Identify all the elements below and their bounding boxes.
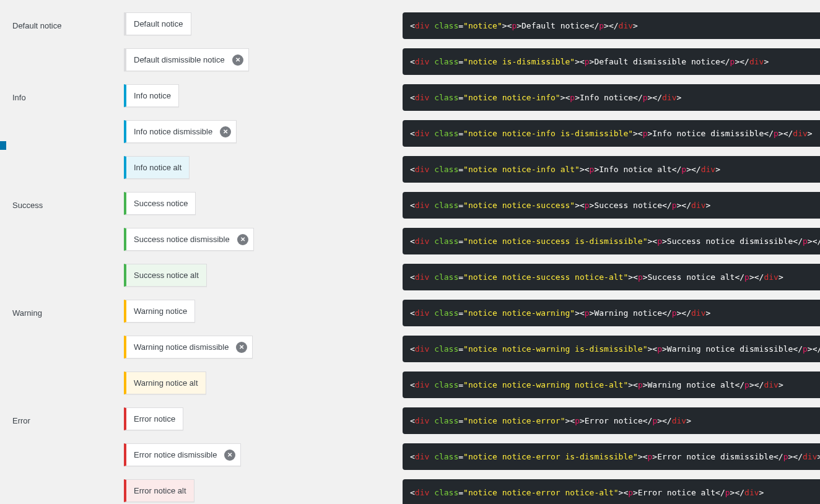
section-label xyxy=(12,336,124,344)
notice-text: Success notice xyxy=(134,199,188,208)
notice-row: Info notice dismissible<div class="notic… xyxy=(12,120,820,156)
notice-cell: Info notice xyxy=(124,84,403,116)
notice-box: Success notice xyxy=(124,192,196,215)
close-icon[interactable] xyxy=(220,126,231,137)
notice-text: Error notice dismissible xyxy=(134,450,217,459)
code-snippet: <div class="notice is-dismissible"><p>De… xyxy=(403,48,820,75)
notice-row: Warning notice alt<div class="notice not… xyxy=(12,371,820,407)
section-label xyxy=(12,371,124,380)
code-cell: <div class="notice notice-error"><p>Erro… xyxy=(403,407,820,443)
notice-box: Info notice alt xyxy=(124,156,190,179)
notice-row: Error notice dismissible<div class="noti… xyxy=(12,443,820,479)
notice-box: Info notice dismissible xyxy=(124,120,237,143)
notice-text: Success notice dismissible xyxy=(134,235,230,244)
code-cell: <div class="notice notice-warning is-dis… xyxy=(403,336,820,371)
notice-text: Default dismissible notice xyxy=(134,55,225,64)
notice-box: Warning notice alt xyxy=(124,371,206,394)
notice-cell: Error notice dismissible xyxy=(124,443,403,476)
code-cell: <div class="notice notice-info alt"><p>I… xyxy=(403,156,820,192)
code-cell: <div class="notice notice-warning notice… xyxy=(403,371,820,407)
notice-row: Error notice alt<div class="notice notic… xyxy=(12,479,820,504)
notice-cell: Warning notice alt xyxy=(124,371,403,404)
notice-text: Default notice xyxy=(134,19,183,28)
notice-box: Error notice xyxy=(124,407,183,430)
section-label xyxy=(12,479,124,488)
notice-cell: Info notice alt xyxy=(124,156,403,188)
notice-row: WarningWarning notice<div class="notice … xyxy=(12,300,820,336)
notice-box: Warning notice dismissible xyxy=(124,336,253,358)
close-icon[interactable] xyxy=(237,234,248,245)
notice-box: Default dismissible notice xyxy=(124,48,249,71)
notice-box: Default notice xyxy=(124,12,191,35)
notice-text: Info notice alt xyxy=(134,163,181,172)
code-snippet: <div class="notice notice-error notice-a… xyxy=(403,479,820,504)
section-label: Success xyxy=(12,192,124,210)
section-label xyxy=(12,48,124,57)
code-snippet: <div class="notice notice-success is-dis… xyxy=(403,228,820,254)
notice-row: ErrorError notice<div class="notice noti… xyxy=(12,407,820,443)
notice-box: Warning notice xyxy=(124,300,195,323)
notice-text: Warning notice alt xyxy=(134,378,198,388)
notice-text: Info notice dismissible xyxy=(134,127,212,136)
notice-row: SuccessSuccess notice<div class="notice … xyxy=(12,192,820,228)
notice-row: InfoInfo notice<div class="notice notice… xyxy=(12,84,820,120)
notice-cell: Info notice dismissible xyxy=(124,120,403,152)
section-label: Default notice xyxy=(12,12,124,30)
notice-cell: Default notice xyxy=(124,12,403,45)
code-cell: <div class="notice notice-success notice… xyxy=(403,264,820,300)
close-icon[interactable] xyxy=(236,342,247,353)
notice-text: Warning notice dismissible xyxy=(134,342,229,352)
notice-row: Success notice alt<div class="notice not… xyxy=(12,264,820,300)
notice-box: Info notice xyxy=(124,84,179,107)
section-label xyxy=(12,228,124,237)
section-label: Info xyxy=(12,84,124,102)
notice-text: Success notice alt xyxy=(134,271,199,280)
code-snippet: <div class="notice notice-success"><p>Su… xyxy=(403,192,820,219)
section-label xyxy=(12,264,124,272)
notice-box: Error notice alt xyxy=(124,479,194,502)
close-icon[interactable] xyxy=(224,450,235,461)
notice-cell: Success notice dismissible xyxy=(124,228,403,260)
code-cell: <div class="notice is-dismissible"><p>De… xyxy=(403,48,820,84)
code-snippet: <div class="notice notice-warning is-dis… xyxy=(403,336,820,362)
notice-text: Info notice xyxy=(134,91,171,100)
section-label xyxy=(12,120,124,129)
code-snippet: <div class="notice notice-error"><p>Erro… xyxy=(403,407,820,434)
notice-cell: Warning notice xyxy=(124,300,403,332)
notice-box: Success notice alt xyxy=(124,264,207,287)
content-area: Default noticeDefault notice<div class="… xyxy=(0,0,820,504)
notice-cell: Error notice alt xyxy=(124,479,403,504)
notice-row: Default noticeDefault notice<div class="… xyxy=(12,12,820,48)
code-cell: <div class="notice notice-info is-dismis… xyxy=(403,120,820,156)
notice-text: Warning notice xyxy=(134,306,187,316)
code-snippet: <div class="notice notice-warning"><p>Wa… xyxy=(403,300,820,326)
section-label xyxy=(12,443,124,452)
code-cell: <div class="notice notice-error notice-a… xyxy=(403,479,820,504)
notice-box: Error notice dismissible xyxy=(124,443,241,466)
notice-row: Info notice alt<div class="notice notice… xyxy=(12,156,820,192)
code-snippet: <div class="notice notice-success notice… xyxy=(403,264,820,290)
code-snippet: <div class="notice notice-info alt"><p>I… xyxy=(403,156,820,183)
notice-cell: Warning notice dismissible xyxy=(124,336,403,368)
code-snippet: <div class="notice notice-error is-dismi… xyxy=(403,443,820,470)
notice-text: Error notice xyxy=(134,414,175,424)
code-cell: <div class="notice"><p>Default notice</p… xyxy=(403,12,820,48)
close-icon[interactable] xyxy=(232,54,243,66)
notice-cell: Error notice xyxy=(124,407,403,440)
section-label: Warning xyxy=(12,300,124,318)
section-label: Error xyxy=(12,407,124,425)
code-snippet: <div class="notice"><p>Default notice</p… xyxy=(403,12,820,39)
code-snippet: <div class="notice notice-warning notice… xyxy=(403,371,820,398)
code-snippet: <div class="notice notice-info"><p>Info … xyxy=(403,84,820,111)
code-snippet: <div class="notice notice-info is-dismis… xyxy=(403,120,820,147)
code-cell: <div class="notice notice-info"><p>Info … xyxy=(403,84,820,120)
notice-cell: Default dismissible notice xyxy=(124,48,403,80)
code-cell: <div class="notice notice-warning"><p>Wa… xyxy=(403,300,820,336)
notice-box: Success notice dismissible xyxy=(124,228,254,251)
code-cell: <div class="notice notice-success"><p>Su… xyxy=(403,192,820,228)
notice-text: Error notice alt xyxy=(134,486,186,495)
notice-row: Success notice dismissible<div class="no… xyxy=(12,228,820,264)
notice-row: Warning notice dismissible<div class="no… xyxy=(12,336,820,371)
notice-cell: Success notice xyxy=(124,192,403,224)
code-cell: <div class="notice notice-error is-dismi… xyxy=(403,443,820,479)
